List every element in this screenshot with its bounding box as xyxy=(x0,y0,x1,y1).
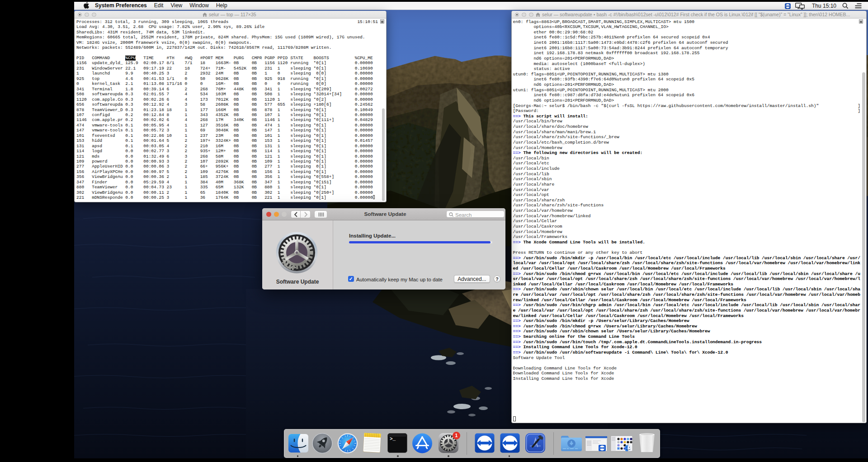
svg-text:>_: >_ xyxy=(390,436,396,442)
